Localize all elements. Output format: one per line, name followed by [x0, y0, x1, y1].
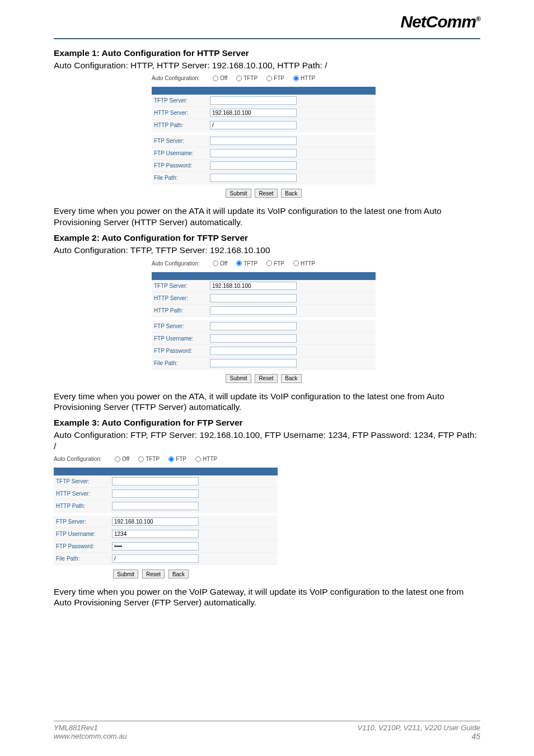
radio-tftp[interactable]: TFTP — [236, 260, 257, 267]
example2-body: Every time when you power on the ATA, it… — [54, 391, 480, 413]
ftp-pass-input[interactable] — [210, 161, 297, 170]
http-path-input[interactable] — [210, 121, 297, 129]
ftp-server-input[interactable] — [210, 322, 297, 330]
field-label: FTP Username: — [154, 150, 210, 156]
file-path-input[interactable] — [210, 359, 297, 367]
tftp-server-input[interactable] — [210, 96, 297, 105]
tftp-server-input[interactable] — [112, 477, 199, 486]
example2-table: TFTP Server: HTTP Server: HTTP Path: FTP… — [152, 272, 376, 370]
field-label: FTP Password: — [56, 543, 112, 549]
example1-panel: Auto Configuration: Off TFTP FTP HTTP TF… — [152, 74, 376, 200]
http-server-row: HTTP Server: — [54, 488, 278, 500]
ftp-server-input[interactable] — [210, 137, 297, 145]
reset-button[interactable]: Reset — [142, 570, 165, 578]
file-path-input[interactable] — [210, 174, 297, 182]
table-header-bar — [54, 468, 278, 475]
ftp-user-input[interactable] — [112, 530, 199, 538]
footer-left: YML881Rev1 www.netcomm.com.au — [54, 724, 127, 741]
field-label: TFTP Server: — [154, 97, 210, 104]
ftp-pass-row: FTP Password: — [152, 160, 376, 172]
tftp-server-row: TFTP Server: — [152, 280, 376, 292]
reset-button[interactable]: Reset — [255, 189, 277, 198]
example3-radio-row: Auto Configuration: Off TFTP FTP HTTP — [54, 455, 278, 468]
example3-panel: Auto Configuration: Off TFTP FTP HTTP TF… — [54, 455, 278, 581]
field-label: File Path: — [154, 175, 210, 181]
radio-off[interactable]: Off — [115, 456, 129, 462]
http-server-input[interactable] — [112, 489, 199, 498]
ftp-pass-input[interactable] — [210, 347, 297, 355]
http-path-row: HTTP Path: — [152, 305, 376, 317]
http-server-input[interactable] — [210, 294, 297, 302]
radio-ftp[interactable]: FTP — [266, 75, 284, 81]
field-label: HTTP Server: — [154, 110, 210, 116]
page-footer: YML881Rev1 www.netcomm.com.au V110, V210… — [54, 721, 480, 741]
field-label: TFTP Server: — [56, 478, 112, 484]
ftp-server-row: FTP Server: — [54, 516, 278, 528]
example2-subtitle: Auto Configuration: TFTP, TFTP Server: 1… — [54, 245, 480, 255]
radio-ftp[interactable]: FTP — [168, 456, 186, 462]
table-header-bar — [152, 87, 376, 95]
ftp-server-row: FTP Server: — [152, 135, 376, 147]
example3-buttons: Submit Reset Back — [54, 565, 278, 581]
radio-label: Auto Configuration: — [152, 260, 209, 267]
back-button[interactable]: Back — [168, 570, 189, 578]
field-label: FTP Server: — [56, 519, 112, 525]
example1-buttons: Submit Reset Back — [152, 184, 376, 200]
file-path-row: File Path: — [152, 357, 376, 370]
footer-page: 45 — [358, 732, 480, 741]
ftp-user-row: FTP Username: — [54, 528, 278, 540]
radio-off[interactable]: Off — [213, 260, 227, 267]
field-label: HTTP Path: — [154, 307, 210, 314]
example2-heading: Example 2: Auto Configuration for TFTP S… — [54, 233, 480, 243]
back-button[interactable]: Back — [281, 374, 301, 383]
ftp-user-input[interactable] — [210, 149, 297, 157]
field-label: FTP Username: — [56, 531, 112, 537]
ftp-server-input[interactable] — [112, 517, 199, 526]
back-button[interactable]: Back — [281, 189, 301, 198]
http-path-input[interactable] — [112, 502, 199, 510]
field-label: FTP Server: — [154, 138, 210, 144]
radio-http[interactable]: HTTP — [293, 75, 315, 81]
example1-table: TFTP Server: HTTP Server: HTTP Path: FTP… — [152, 87, 376, 184]
radio-http[interactable]: HTTP — [195, 456, 217, 462]
file-path-row: File Path: — [152, 172, 376, 184]
example3-table: TFTP Server: HTTP Server: HTTP Path: FTP… — [54, 468, 278, 565]
submit-button[interactable]: Submit — [226, 374, 251, 383]
table-header-bar — [152, 272, 376, 280]
example2-panel: Auto Configuration: Off TFTP FTP HTTP TF… — [152, 259, 376, 385]
ftp-pass-row: FTP Password: — [152, 345, 376, 357]
radio-http[interactable]: HTTP — [293, 260, 315, 267]
http-path-input[interactable] — [210, 306, 297, 315]
ftp-pass-input[interactable] — [112, 542, 199, 550]
field-label: File Path: — [56, 556, 112, 562]
field-label: HTTP Server: — [56, 491, 112, 497]
example1-subtitle: Auto Configuration: HTTP, HTTP Server: 1… — [54, 60, 480, 71]
ftp-user-row: FTP Username: — [152, 147, 376, 160]
footer-guide: V110, V210P, V211, V220 User Guide — [358, 724, 480, 732]
example1-body: Every time when you power on the ATA it … — [54, 206, 480, 227]
example2-buttons: Submit Reset Back — [152, 370, 376, 385]
reset-button[interactable]: Reset — [255, 374, 277, 383]
radio-ftp[interactable]: FTP — [266, 260, 284, 267]
example2-radio-row: Auto Configuration: Off TFTP FTP HTTP — [152, 259, 376, 272]
field-label: FTP Username: — [154, 335, 210, 342]
radio-tftp[interactable]: TFTP — [138, 456, 160, 462]
footer-rev: YML881Rev1 — [54, 724, 127, 732]
http-server-input[interactable] — [210, 109, 297, 117]
submit-button[interactable]: Submit — [226, 189, 251, 198]
tftp-server-row: TFTP Server: — [152, 95, 376, 107]
radio-tftp[interactable]: TFTP — [236, 75, 257, 81]
ftp-user-input[interactable] — [210, 334, 297, 343]
file-path-input[interactable] — [112, 554, 199, 563]
radio-label: Auto Configuration: — [54, 456, 111, 462]
radio-off[interactable]: Off — [213, 75, 227, 81]
submit-button[interactable]: Submit — [113, 570, 138, 578]
field-label: HTTP Path: — [56, 503, 112, 509]
file-path-row: File Path: — [54, 553, 278, 565]
tftp-server-input[interactable] — [210, 282, 297, 290]
brand-mark: ® — [476, 15, 480, 23]
header-rule — [54, 38, 480, 39]
example3-subtitle: Auto Configuration: FTP, FTP Server: 192… — [54, 430, 480, 451]
ftp-user-row: FTP Username: — [152, 333, 376, 345]
field-label: File Path: — [154, 360, 210, 366]
